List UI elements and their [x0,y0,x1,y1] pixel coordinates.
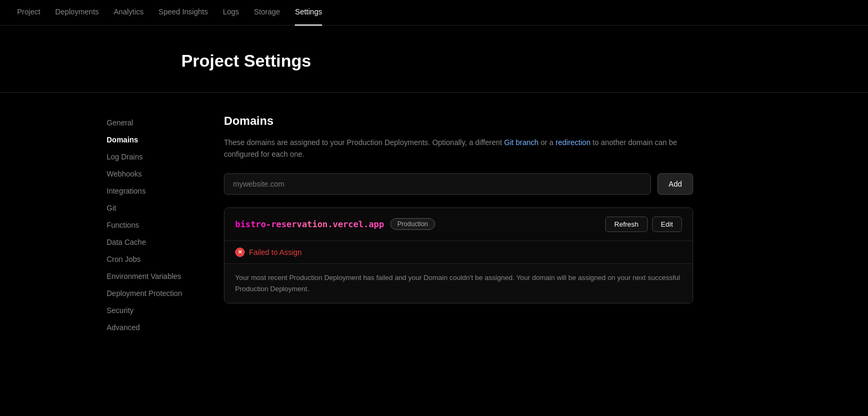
nav-project[interactable]: Project [17,0,41,26]
status-row: Failed to Assign [224,241,693,264]
nav-analytics[interactable]: Analytics [114,0,143,26]
domains-title: Domains [224,114,693,128]
sidebar-item-data-cache[interactable]: Data Cache [107,234,192,251]
error-icon [235,247,245,257]
redirection-link[interactable]: redirection [556,138,590,147]
domain-actions: Refresh Edit [605,217,682,232]
edit-button[interactable]: Edit [652,217,682,232]
git-branch-link[interactable]: Git branch [504,138,539,147]
nav-storage[interactable]: Storage [254,0,280,26]
sidebar-item-functions[interactable]: Functions [107,217,192,234]
main-layout: General Domains Log Drains Webhooks Inte… [0,93,868,336]
sidebar-item-env-vars[interactable]: Environment Variables [107,268,192,285]
sidebar-item-general[interactable]: General [107,114,192,131]
page-title: Project Settings [181,51,868,71]
nav-settings[interactable]: Settings [295,0,322,26]
production-badge: Production [390,218,435,230]
nav-logs[interactable]: Logs [223,0,239,26]
domain-card: bistro-reservation.vercel.app Production… [224,207,693,304]
sidebar-item-deployment-protection[interactable]: Deployment Protection [107,285,192,302]
status-text: Failed to Assign [249,248,302,257]
sidebar-item-advanced[interactable]: Advanced [107,319,192,336]
sidebar-item-log-drains[interactable]: Log Drains [107,148,192,165]
domains-description: These domains are assigned to your Produ… [224,137,693,161]
sidebar-item-git[interactable]: Git [107,199,192,217]
domain-input-row: Add [224,173,693,195]
description-text-1: These domains are assigned to your Produ… [224,138,504,147]
nav-deployments[interactable]: Deployments [55,0,99,26]
domain-message: Your most recent Production Deployment h… [224,264,693,303]
sidebar-item-domains[interactable]: Domains [107,131,192,148]
domain-input[interactable] [224,173,651,195]
sidebar-item-webhooks[interactable]: Webhooks [107,165,192,182]
description-text-2: or a [541,138,556,147]
sidebar-item-security[interactable]: Security [107,302,192,319]
settings-sidebar: General Domains Log Drains Webhooks Inte… [107,114,213,336]
sidebar-item-cron-jobs[interactable]: Cron Jobs [107,251,192,268]
page-header: Project Settings [0,26,868,93]
domain-name: bistro-reservation.vercel.app [235,219,384,229]
settings-content: Domains These domains are assigned to yo… [213,114,693,336]
add-domain-button[interactable]: Add [657,173,693,195]
sidebar-item-integrations[interactable]: Integrations [107,182,192,199]
top-navigation: Project Deployments Analytics Speed Insi… [0,0,868,26]
domain-entry-row: bistro-reservation.vercel.app Production… [224,208,693,241]
nav-speed-insights[interactable]: Speed Insights [158,0,208,26]
refresh-button[interactable]: Refresh [605,217,648,232]
